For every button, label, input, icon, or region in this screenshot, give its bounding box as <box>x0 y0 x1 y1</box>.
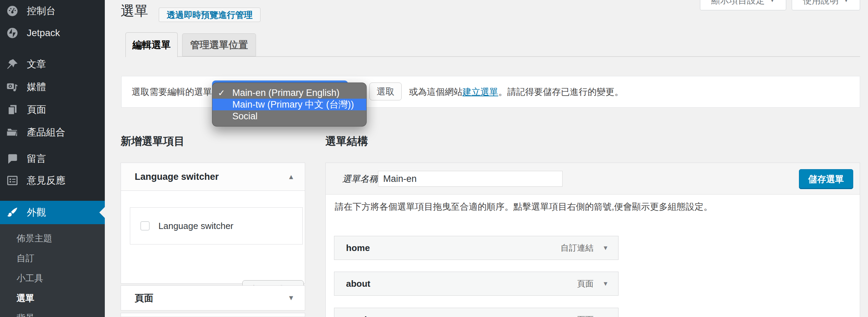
menu-item-label: home <box>346 243 370 253</box>
panel-title: Language switcher <box>135 172 219 182</box>
pages-panel: 頁面 ▼ <box>121 285 305 310</box>
menu-structure-instructions: 請在下方將各個選單項目拖曳至合適的順序。點擊選單項目右側的箭號,便會顯示更多組態… <box>335 201 850 213</box>
pages-icon <box>5 103 19 117</box>
language-switcher-checkbox-label: Language switcher <box>158 221 233 231</box>
panel-title: 頁面 <box>135 292 153 304</box>
create-menu-text: 或為這個網站建立選單。請記得要儲存已進行的變更。 <box>409 76 623 108</box>
check-icon: ✓ <box>218 88 232 98</box>
feedback-form-icon <box>5 174 19 187</box>
submenu-item-background[interactable]: 背景 <box>0 308 105 317</box>
language-switcher-panel-body: Language switcher 新增至選單 <box>121 190 305 284</box>
submenu-item-customize[interactable]: 自訂 <box>0 248 105 268</box>
manage-with-live-preview-button[interactable]: 透過即時預覽進行管理 <box>159 8 260 22</box>
menu-item-type: 頁面 <box>577 278 593 289</box>
menu-name-row: 選單名稱 儲存選單 <box>326 163 860 195</box>
page-title: 選單 <box>121 1 148 20</box>
admin-sidebar: 控制台 Jetpack 文章 媒體 頁面 <box>0 0 105 317</box>
submenu-item-label: 選單 <box>16 292 34 304</box>
sidebar-item-feedback[interactable]: 意見反應 <box>0 170 105 192</box>
media-icon <box>5 80 19 94</box>
dropdown-option-social[interactable]: Social <box>212 110 366 122</box>
language-switcher-option-box: Language switcher <box>130 207 303 244</box>
appearance-submenu: 佈景主題 自訂 小工具 選單 背景 <box>0 224 105 317</box>
menu-name-label: 選單名稱 <box>342 163 378 195</box>
menu-item-type: 自訂連結 <box>560 242 593 253</box>
menu-item-row-third[interactable]: music 頁面 ▼ <box>334 308 619 317</box>
sidebar-item-portfolio[interactable]: 產品組合 <box>0 121 105 143</box>
submenu-item-themes[interactable]: 佈景主題 <box>0 228 105 248</box>
sidebar-item-media[interactable]: 媒體 <box>0 76 105 98</box>
sidebar-item-label: 媒體 <box>27 80 46 94</box>
save-menu-button[interactable]: 儲存選單 <box>799 169 853 189</box>
select-menu-button[interactable]: 選取 <box>369 83 402 100</box>
menu-select-open-dropdown: ✓ Main-en (Primary English) Main-tw (Pri… <box>212 83 367 127</box>
sidebar-item-label: 頁面 <box>27 103 46 116</box>
chevron-down-icon: ▼ <box>844 0 849 3</box>
sidebar-item-posts[interactable]: 文章 <box>0 53 105 75</box>
dropdown-option-label: Social <box>232 111 258 122</box>
menu-structure-heading: 選單結構 <box>325 134 368 149</box>
sidebar-item-label: 留言 <box>27 152 46 165</box>
wordpress-menus-screen: 控制台 Jetpack 文章 媒體 頁面 <box>0 0 868 317</box>
menu-select-label: 選取需要編輯的選單 <box>132 76 212 108</box>
sidebar-item-appearance[interactable]: 外觀 <box>0 201 105 224</box>
sidebar-item-label: 外觀 <box>27 206 46 219</box>
chevron-down-icon[interactable]: ▼ <box>602 280 609 287</box>
sidebar-item-label: 文章 <box>27 58 46 71</box>
chevron-down-icon: ▼ <box>770 0 775 3</box>
tab-divider <box>125 56 860 57</box>
add-menu-items-heading: 新增選單項目 <box>121 134 185 149</box>
menu-structure-card: 選單名稱 儲存選單 請在下方將各個選單項目拖曳至合適的順序。點擊選單項目右側的箭… <box>325 163 860 317</box>
jetpack-icon <box>5 26 19 40</box>
submenu-item-menus[interactable]: 選單 <box>0 288 105 308</box>
help-label: 使用說明 <box>803 0 839 7</box>
dropdown-option-label: Main-en (Primary English) <box>232 88 340 98</box>
active-menu-arrow <box>99 207 105 218</box>
submenu-item-label: 背景 <box>16 312 34 317</box>
tab-manage-locations[interactable]: 管理選單位置 <box>182 33 256 56</box>
menu-name-input[interactable] <box>378 171 563 187</box>
next-panel-clipped <box>121 313 305 317</box>
pages-panel-header[interactable]: 頁面 ▼ <box>121 286 305 310</box>
appearance-brush-icon <box>5 206 19 219</box>
menu-item-label: music <box>346 315 372 317</box>
dropdown-option-label: Main-tw (Primary 中文 (台灣)) <box>232 98 354 111</box>
menu-item-row-home[interactable]: home 自訂連結 ▼ <box>334 236 619 260</box>
dropdown-option-main-tw[interactable]: Main-tw (Primary 中文 (台灣)) <box>212 99 366 110</box>
chevron-up-icon: ▲ <box>288 173 294 181</box>
pushpin-icon <box>5 57 19 71</box>
chevron-down-icon: ▼ <box>288 294 294 302</box>
portfolio-folder-icon <box>5 125 19 139</box>
create-menu-link[interactable]: 建立選單 <box>463 86 498 98</box>
help-button[interactable]: 使用說明 ▼ <box>792 0 860 10</box>
tab-edit-menus[interactable]: 編輯選單 <box>125 32 178 57</box>
chevron-down-icon[interactable]: ▼ <box>602 244 609 252</box>
submenu-item-label: 小工具 <box>16 272 43 284</box>
screen-options-button[interactable]: 顯示項目設定 ▼ <box>700 0 786 10</box>
screen-options-label: 顯示項目設定 <box>711 0 765 7</box>
sidebar-item-label: 產品組合 <box>27 126 65 139</box>
submenu-item-label: 佈景主題 <box>16 232 52 244</box>
sidebar-item-pages[interactable]: 頁面 <box>0 99 105 121</box>
sidebar-item-comments[interactable]: 留言 <box>0 148 105 170</box>
submenu-item-widgets[interactable]: 小工具 <box>0 268 105 288</box>
sidebar-item-label: 控制台 <box>27 4 56 18</box>
dropdown-option-main-en[interactable]: ✓ Main-en (Primary English) <box>212 87 366 99</box>
dashboard-icon <box>5 4 19 18</box>
language-switcher-panel-header[interactable]: Language switcher ▲ <box>121 163 305 190</box>
sidebar-item-jetpack[interactable]: Jetpack <box>0 22 105 44</box>
sidebar-item-dashboard[interactable]: 控制台 <box>0 0 105 22</box>
submenu-item-label: 自訂 <box>16 252 34 264</box>
menu-item-row-about[interactable]: about 頁面 ▼ <box>334 272 619 296</box>
create-menu-text-suffix: 。請記得要儲存已進行的變更。 <box>498 86 623 98</box>
menu-item-type: 頁面 <box>577 314 593 317</box>
comment-bubble-icon <box>5 152 19 166</box>
menu-item-label: about <box>346 278 370 289</box>
sidebar-item-label: 意見反應 <box>27 174 65 187</box>
sidebar-item-label: Jetpack <box>27 28 60 39</box>
create-menu-text-prefix: 或為這個網站 <box>409 86 463 98</box>
language-switcher-checkbox[interactable] <box>141 221 149 230</box>
language-switcher-panel: Language switcher ▲ Language switcher 新增… <box>121 163 305 284</box>
